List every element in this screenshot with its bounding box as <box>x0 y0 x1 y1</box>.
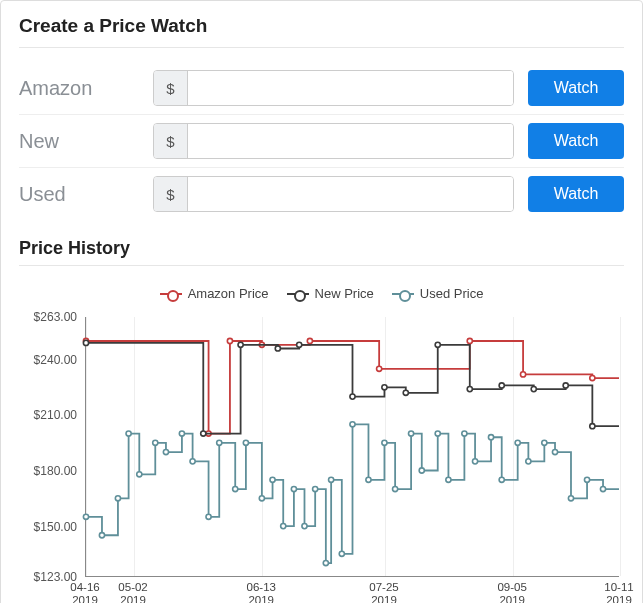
series-point-amazon <box>377 366 382 371</box>
price-input[interactable] <box>188 124 513 158</box>
series-point-used <box>281 524 286 529</box>
series-point-used <box>446 477 451 482</box>
price-input[interactable] <box>188 177 513 211</box>
series-point-used <box>126 431 131 436</box>
series-point-used <box>291 486 296 491</box>
x-tick-label: 06-132019 <box>247 581 276 603</box>
series-point-new <box>238 342 243 347</box>
series-point-used <box>115 496 120 501</box>
series-point-used <box>302 524 307 529</box>
series-point-new <box>201 431 206 436</box>
series-point-new <box>403 390 408 395</box>
series-point-new <box>531 387 536 392</box>
watch-button[interactable]: Watch <box>528 176 624 212</box>
series-point-used <box>233 486 238 491</box>
series-point-used <box>153 440 158 445</box>
x-tick-label: 05-022019 <box>118 581 147 603</box>
watch-row-used: Used$Watch <box>19 167 624 220</box>
series-point-new <box>435 342 440 347</box>
series-point-used <box>526 459 531 464</box>
legend-label: Used Price <box>420 286 484 301</box>
series-point-used <box>382 440 387 445</box>
x-tick-label: 07-252019 <box>369 581 398 603</box>
x-tick-label: 10-112019 <box>604 581 633 603</box>
y-axis: $263.00$240.00$210.00$180.00$150.00$123.… <box>19 317 81 577</box>
legend-swatch-amazon <box>160 289 182 299</box>
chart-svg <box>86 317 619 576</box>
series-point-amazon <box>307 338 312 343</box>
watch-label: New <box>19 130 139 153</box>
series-point-used <box>329 477 334 482</box>
watch-label: Used <box>19 183 139 206</box>
series-point-new <box>467 387 472 392</box>
watch-label: Amazon <box>19 77 139 100</box>
series-point-used <box>190 459 195 464</box>
series-point-used <box>137 472 142 477</box>
price-watch-panel: Create a Price Watch Amazon$WatchNew$Wat… <box>0 0 643 603</box>
legend-swatch-new <box>287 289 309 299</box>
divider <box>19 265 624 266</box>
currency-icon: $ <box>154 71 188 105</box>
legend-swatch-used <box>392 289 414 299</box>
series-point-new <box>297 342 302 347</box>
series-line-new <box>86 343 619 434</box>
series-point-used <box>366 477 371 482</box>
series-point-used <box>499 477 504 482</box>
series-point-used <box>206 514 211 519</box>
series-point-used <box>350 422 355 427</box>
watch-row-new: New$Watch <box>19 114 624 167</box>
legend-new: New Price <box>287 286 374 301</box>
y-tick-label: $150.00 <box>34 520 77 534</box>
series-point-used <box>408 431 413 436</box>
x-axis: 04-16201905-02201906-13201907-25201909-0… <box>85 579 619 603</box>
series-point-used <box>179 431 184 436</box>
legend-used: Used Price <box>392 286 484 301</box>
series-point-amazon <box>467 338 472 343</box>
series-point-used <box>419 468 424 473</box>
legend-label: New Price <box>315 286 374 301</box>
series-point-amazon <box>520 372 525 377</box>
watch-row-amazon: Amazon$Watch <box>19 62 624 114</box>
series-point-used <box>339 551 344 556</box>
price-input-group: $ <box>153 123 514 159</box>
chart-plot-area <box>85 317 619 577</box>
series-point-used <box>568 496 573 501</box>
series-point-new <box>382 385 387 390</box>
y-tick-label: $263.00 <box>34 310 77 324</box>
series-point-used <box>243 440 248 445</box>
series-point-amazon <box>227 338 232 343</box>
price-history-title: Price History <box>19 238 624 259</box>
series-point-amazon <box>590 375 595 380</box>
legend-label: Amazon Price <box>188 286 269 301</box>
series-point-used <box>542 440 547 445</box>
create-watch-title: Create a Price Watch <box>19 15 624 37</box>
series-point-used <box>313 486 318 491</box>
x-tick-label: 04-162019 <box>70 581 99 603</box>
series-point-used <box>488 435 493 440</box>
series-point-used <box>584 477 589 482</box>
series-point-used <box>323 560 328 565</box>
watch-button[interactable]: Watch <box>528 70 624 106</box>
watch-button[interactable]: Watch <box>528 123 624 159</box>
legend-amazon: Amazon Price <box>160 286 269 301</box>
series-point-used <box>259 496 264 501</box>
y-tick-label: $180.00 <box>34 464 77 478</box>
x-tick-label: 09-052019 <box>497 581 526 603</box>
series-point-used <box>552 449 557 454</box>
series-point-used <box>99 533 104 538</box>
series-point-used <box>163 449 168 454</box>
series-point-used <box>217 440 222 445</box>
series-point-used <box>600 486 605 491</box>
chart-legend: Amazon Price New Price Used Price <box>19 280 624 311</box>
series-point-new <box>275 346 280 351</box>
currency-icon: $ <box>154 124 188 158</box>
series-point-new <box>499 383 504 388</box>
y-tick-label: $240.00 <box>34 353 77 367</box>
series-point-used <box>270 477 275 482</box>
price-input-group: $ <box>153 176 514 212</box>
price-input[interactable] <box>188 71 513 105</box>
gridline <box>620 317 621 576</box>
series-point-used <box>83 514 88 519</box>
series-point-used <box>515 440 520 445</box>
price-input-group: $ <box>153 70 514 106</box>
